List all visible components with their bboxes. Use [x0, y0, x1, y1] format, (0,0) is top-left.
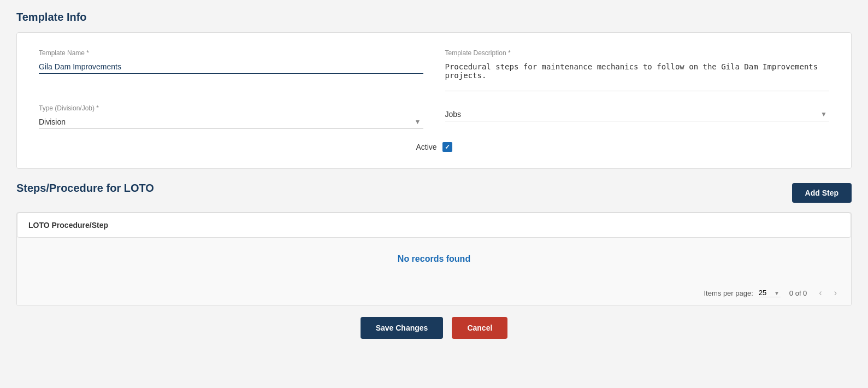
template-name-label: Template Name *	[39, 49, 423, 57]
form-row-1: Template Name * Template Description * P…	[39, 49, 829, 91]
template-description-group: Template Description * Procedural steps …	[445, 49, 830, 91]
template-description-input[interactable]: Procedural steps for maintenance mechani…	[445, 60, 830, 91]
form-row-2: Type (Division/Job) * Division Job ▼ Job…	[39, 104, 829, 129]
type-group: Type (Division/Job) * Division Job ▼	[39, 104, 423, 129]
footer-actions: Save Changes Cancel	[16, 306, 852, 344]
next-page-button[interactable]: ›	[831, 287, 840, 299]
steps-table-container: LOTO Procedure/Step No records found Ite…	[16, 212, 852, 306]
type-select-wrapper[interactable]: Division Job ▼	[39, 115, 423, 129]
active-label: Active	[416, 143, 436, 151]
jobs-select-wrapper[interactable]: Jobs ▼	[445, 108, 830, 121]
steps-table-header: LOTO Procedure/Step	[17, 213, 851, 238]
template-info-title: Template Info	[16, 11, 852, 23]
pagination-row: Items per page: 10 25 50 100 ▼ 0 of 0 ‹ …	[17, 280, 851, 305]
steps-header: Steps/Procedure for LOTO Add Step	[16, 182, 852, 203]
template-name-group: Template Name *	[39, 49, 423, 91]
steps-section-title: Steps/Procedure for LOTO	[16, 182, 154, 195]
template-name-input[interactable]	[39, 60, 423, 74]
items-per-page-select[interactable]: 10 25 50 100	[759, 289, 781, 297]
template-info-card: Template Name * Template Description * P…	[16, 32, 852, 169]
cancel-button[interactable]: Cancel	[452, 317, 507, 339]
active-checkbox[interactable]	[442, 142, 452, 152]
prev-page-button[interactable]: ‹	[816, 287, 825, 299]
type-label: Type (Division/Job) *	[39, 104, 423, 112]
jobs-group: Jobs ▼	[445, 104, 830, 129]
pagination-count: 0 of 0	[789, 289, 807, 297]
template-description-label: Template Description *	[445, 49, 830, 57]
active-row: Active	[39, 142, 829, 152]
add-step-button[interactable]: Add Step	[792, 183, 852, 203]
save-changes-button[interactable]: Save Changes	[361, 317, 444, 339]
items-per-page-wrapper[interactable]: 10 25 50 100 ▼	[759, 289, 781, 297]
items-per-page-label: Items per page:	[704, 289, 753, 297]
type-select[interactable]: Division Job	[39, 117, 423, 126]
no-records-message: No records found	[17, 238, 851, 280]
jobs-select[interactable]: Jobs	[445, 110, 830, 119]
